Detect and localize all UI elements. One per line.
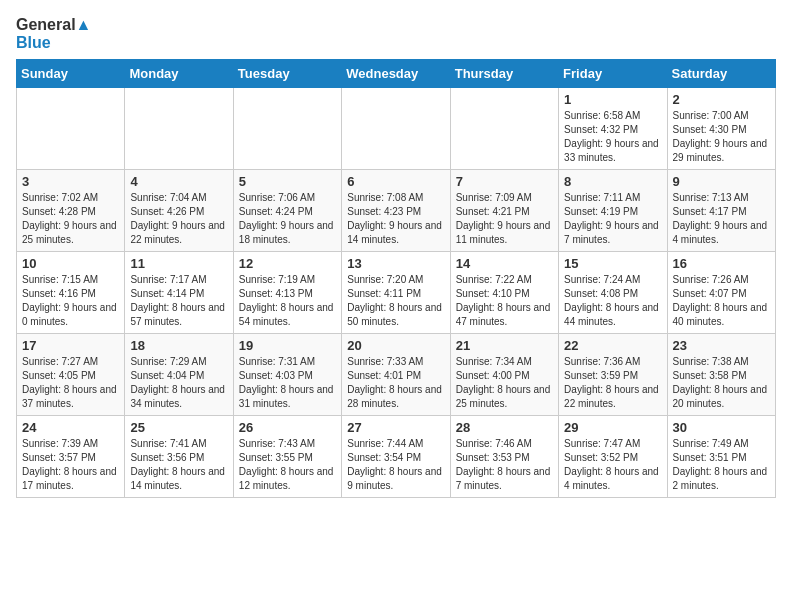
calendar-cell: 1Sunrise: 6:58 AM Sunset: 4:32 PM Daylig… xyxy=(559,88,667,170)
day-info: Sunrise: 7:49 AM Sunset: 3:51 PM Dayligh… xyxy=(673,437,770,493)
calendar-cell: 10Sunrise: 7:15 AM Sunset: 4:16 PM Dayli… xyxy=(17,252,125,334)
day-info: Sunrise: 7:31 AM Sunset: 4:03 PM Dayligh… xyxy=(239,355,336,411)
day-info: Sunrise: 7:00 AM Sunset: 4:30 PM Dayligh… xyxy=(673,109,770,165)
day-info: Sunrise: 7:20 AM Sunset: 4:11 PM Dayligh… xyxy=(347,273,444,329)
header-day-tuesday: Tuesday xyxy=(233,60,341,88)
calendar-cell: 14Sunrise: 7:22 AM Sunset: 4:10 PM Dayli… xyxy=(450,252,558,334)
day-info: Sunrise: 7:02 AM Sunset: 4:28 PM Dayligh… xyxy=(22,191,119,247)
day-info: Sunrise: 7:44 AM Sunset: 3:54 PM Dayligh… xyxy=(347,437,444,493)
day-info: Sunrise: 7:33 AM Sunset: 4:01 PM Dayligh… xyxy=(347,355,444,411)
header-day-sunday: Sunday xyxy=(17,60,125,88)
calendar-table: SundayMondayTuesdayWednesdayThursdayFrid… xyxy=(16,59,776,498)
day-number: 14 xyxy=(456,256,553,271)
header-day-friday: Friday xyxy=(559,60,667,88)
day-info: Sunrise: 7:43 AM Sunset: 3:55 PM Dayligh… xyxy=(239,437,336,493)
day-info: Sunrise: 7:09 AM Sunset: 4:21 PM Dayligh… xyxy=(456,191,553,247)
day-number: 7 xyxy=(456,174,553,189)
day-number: 21 xyxy=(456,338,553,353)
calendar-cell: 24Sunrise: 7:39 AM Sunset: 3:57 PM Dayli… xyxy=(17,416,125,498)
day-info: Sunrise: 7:41 AM Sunset: 3:56 PM Dayligh… xyxy=(130,437,227,493)
day-number: 11 xyxy=(130,256,227,271)
day-info: Sunrise: 7:46 AM Sunset: 3:53 PM Dayligh… xyxy=(456,437,553,493)
day-number: 27 xyxy=(347,420,444,435)
calendar-cell: 22Sunrise: 7:36 AM Sunset: 3:59 PM Dayli… xyxy=(559,334,667,416)
day-number: 24 xyxy=(22,420,119,435)
day-number: 29 xyxy=(564,420,661,435)
day-info: Sunrise: 7:39 AM Sunset: 3:57 PM Dayligh… xyxy=(22,437,119,493)
calendar-cell xyxy=(342,88,450,170)
calendar-cell: 7Sunrise: 7:09 AM Sunset: 4:21 PM Daylig… xyxy=(450,170,558,252)
day-number: 28 xyxy=(456,420,553,435)
header-row: SundayMondayTuesdayWednesdayThursdayFrid… xyxy=(17,60,776,88)
calendar-cell: 12Sunrise: 7:19 AM Sunset: 4:13 PM Dayli… xyxy=(233,252,341,334)
day-info: Sunrise: 7:06 AM Sunset: 4:24 PM Dayligh… xyxy=(239,191,336,247)
day-number: 3 xyxy=(22,174,119,189)
header: General▲ Blue xyxy=(16,16,776,51)
day-number: 13 xyxy=(347,256,444,271)
calendar-cell: 4Sunrise: 7:04 AM Sunset: 4:26 PM Daylig… xyxy=(125,170,233,252)
logo-blue: Blue xyxy=(16,34,91,52)
day-info: Sunrise: 7:24 AM Sunset: 4:08 PM Dayligh… xyxy=(564,273,661,329)
calendar-cell xyxy=(125,88,233,170)
calendar-week-5: 24Sunrise: 7:39 AM Sunset: 3:57 PM Dayli… xyxy=(17,416,776,498)
calendar-cell: 18Sunrise: 7:29 AM Sunset: 4:04 PM Dayli… xyxy=(125,334,233,416)
calendar-cell: 6Sunrise: 7:08 AM Sunset: 4:23 PM Daylig… xyxy=(342,170,450,252)
day-info: Sunrise: 7:11 AM Sunset: 4:19 PM Dayligh… xyxy=(564,191,661,247)
day-number: 15 xyxy=(564,256,661,271)
calendar-week-4: 17Sunrise: 7:27 AM Sunset: 4:05 PM Dayli… xyxy=(17,334,776,416)
logo-general: General▲ xyxy=(16,16,91,34)
day-number: 25 xyxy=(130,420,227,435)
calendar-cell: 19Sunrise: 7:31 AM Sunset: 4:03 PM Dayli… xyxy=(233,334,341,416)
calendar-cell: 28Sunrise: 7:46 AM Sunset: 3:53 PM Dayli… xyxy=(450,416,558,498)
day-number: 9 xyxy=(673,174,770,189)
day-number: 23 xyxy=(673,338,770,353)
day-info: Sunrise: 7:19 AM Sunset: 4:13 PM Dayligh… xyxy=(239,273,336,329)
day-info: Sunrise: 7:47 AM Sunset: 3:52 PM Dayligh… xyxy=(564,437,661,493)
calendar-week-2: 3Sunrise: 7:02 AM Sunset: 4:28 PM Daylig… xyxy=(17,170,776,252)
day-info: Sunrise: 7:15 AM Sunset: 4:16 PM Dayligh… xyxy=(22,273,119,329)
day-info: Sunrise: 6:58 AM Sunset: 4:32 PM Dayligh… xyxy=(564,109,661,165)
header-day-thursday: Thursday xyxy=(450,60,558,88)
calendar-cell: 20Sunrise: 7:33 AM Sunset: 4:01 PM Dayli… xyxy=(342,334,450,416)
day-info: Sunrise: 7:29 AM Sunset: 4:04 PM Dayligh… xyxy=(130,355,227,411)
calendar-cell: 29Sunrise: 7:47 AM Sunset: 3:52 PM Dayli… xyxy=(559,416,667,498)
day-number: 5 xyxy=(239,174,336,189)
day-info: Sunrise: 7:27 AM Sunset: 4:05 PM Dayligh… xyxy=(22,355,119,411)
day-number: 12 xyxy=(239,256,336,271)
calendar-cell: 16Sunrise: 7:26 AM Sunset: 4:07 PM Dayli… xyxy=(667,252,775,334)
day-number: 1 xyxy=(564,92,661,107)
header-day-saturday: Saturday xyxy=(667,60,775,88)
calendar-cell xyxy=(233,88,341,170)
day-number: 17 xyxy=(22,338,119,353)
day-number: 6 xyxy=(347,174,444,189)
calendar-cell: 27Sunrise: 7:44 AM Sunset: 3:54 PM Dayli… xyxy=(342,416,450,498)
day-number: 20 xyxy=(347,338,444,353)
day-number: 16 xyxy=(673,256,770,271)
day-info: Sunrise: 7:17 AM Sunset: 4:14 PM Dayligh… xyxy=(130,273,227,329)
calendar-cell: 25Sunrise: 7:41 AM Sunset: 3:56 PM Dayli… xyxy=(125,416,233,498)
logo-text: General▲ Blue xyxy=(16,16,91,51)
calendar-cell: 2Sunrise: 7:00 AM Sunset: 4:30 PM Daylig… xyxy=(667,88,775,170)
day-info: Sunrise: 7:08 AM Sunset: 4:23 PM Dayligh… xyxy=(347,191,444,247)
header-day-wednesday: Wednesday xyxy=(342,60,450,88)
calendar-cell xyxy=(17,88,125,170)
day-number: 19 xyxy=(239,338,336,353)
day-number: 2 xyxy=(673,92,770,107)
day-number: 4 xyxy=(130,174,227,189)
calendar-cell: 9Sunrise: 7:13 AM Sunset: 4:17 PM Daylig… xyxy=(667,170,775,252)
calendar-cell: 15Sunrise: 7:24 AM Sunset: 4:08 PM Dayli… xyxy=(559,252,667,334)
day-number: 22 xyxy=(564,338,661,353)
day-info: Sunrise: 7:38 AM Sunset: 3:58 PM Dayligh… xyxy=(673,355,770,411)
day-info: Sunrise: 7:26 AM Sunset: 4:07 PM Dayligh… xyxy=(673,273,770,329)
calendar-cell: 26Sunrise: 7:43 AM Sunset: 3:55 PM Dayli… xyxy=(233,416,341,498)
calendar-cell: 5Sunrise: 7:06 AM Sunset: 4:24 PM Daylig… xyxy=(233,170,341,252)
day-info: Sunrise: 7:22 AM Sunset: 4:10 PM Dayligh… xyxy=(456,273,553,329)
calendar-cell: 8Sunrise: 7:11 AM Sunset: 4:19 PM Daylig… xyxy=(559,170,667,252)
day-number: 8 xyxy=(564,174,661,189)
calendar-cell: 17Sunrise: 7:27 AM Sunset: 4:05 PM Dayli… xyxy=(17,334,125,416)
calendar-week-1: 1Sunrise: 6:58 AM Sunset: 4:32 PM Daylig… xyxy=(17,88,776,170)
day-info: Sunrise: 7:13 AM Sunset: 4:17 PM Dayligh… xyxy=(673,191,770,247)
calendar-cell xyxy=(450,88,558,170)
calendar-cell: 3Sunrise: 7:02 AM Sunset: 4:28 PM Daylig… xyxy=(17,170,125,252)
day-info: Sunrise: 7:04 AM Sunset: 4:26 PM Dayligh… xyxy=(130,191,227,247)
